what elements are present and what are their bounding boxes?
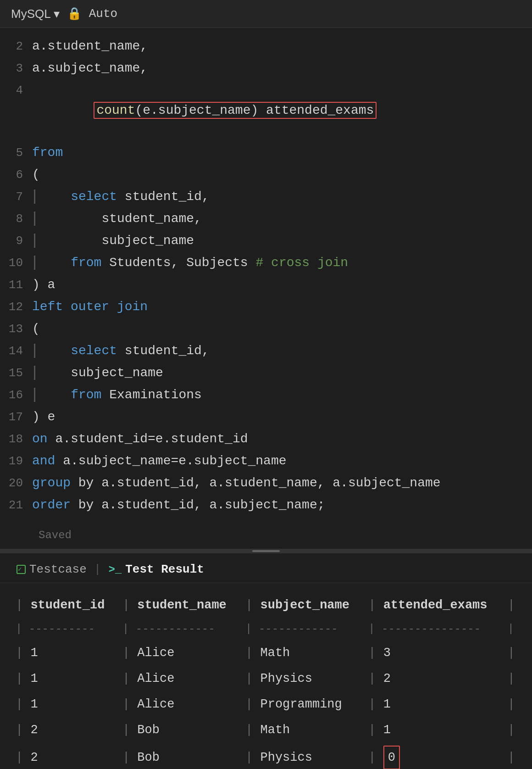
- line-num-11: 11: [0, 275, 32, 295]
- line-content-13: (: [32, 319, 532, 339]
- cell-student-id: | 2: [11, 743, 118, 769]
- line-num-4: 4: [0, 80, 32, 100]
- code-line-12: 12 left outer join: [0, 296, 532, 318]
- table-row: | 1 | Alice | Programming | 1 |: [11, 691, 521, 717]
- line-num-3: 3: [0, 58, 32, 78]
- line-content-7: select student_id,: [32, 187, 532, 207]
- results-tabs: Testcase | >_ Test Result: [0, 553, 532, 583]
- line-num-14: 14: [0, 341, 32, 361]
- tab-testcase[interactable]: Testcase: [11, 561, 92, 578]
- code-line-16: 16 from Examinations: [0, 384, 532, 406]
- pipe-cell: | subject_name: [241, 592, 364, 618]
- table-row: | 1 | Alice | Physics | 2 |: [11, 666, 521, 691]
- cell-subject-name: | Math: [241, 640, 364, 666]
- pipe-cell: | student_id: [11, 592, 118, 618]
- panel-divider[interactable]: [0, 549, 532, 553]
- results-section: Testcase | >_ Test Result | student_id |…: [0, 553, 532, 769]
- saved-status: Saved: [0, 524, 532, 549]
- code-line-6: 6 (: [0, 164, 532, 186]
- line-num-16: 16: [0, 385, 32, 405]
- line-num-6: 6: [0, 165, 32, 185]
- line-content-5: from: [32, 143, 532, 163]
- table-row: | 2 | Bob | Math | 1 |: [11, 717, 521, 743]
- lock-icon: 🔒: [67, 6, 82, 21]
- sep-cell: | ------------: [241, 618, 364, 640]
- cell-attended-exams: | 3: [364, 640, 503, 666]
- cell-student-id: | 1: [11, 691, 118, 717]
- cell-student-name: | Alice: [118, 666, 241, 691]
- code-line-2: 2 a.student_name,: [0, 35, 532, 57]
- pipe-cell: |: [503, 717, 521, 743]
- code-line-19: 19 and a.subject_name=e.subject_name: [0, 450, 532, 472]
- pipe-cell: |: [503, 592, 521, 618]
- table-header-row: | student_id | student_name | subject_na…: [11, 592, 521, 618]
- line-content-16: from Examinations: [32, 385, 532, 405]
- result-table: | student_id | student_name | subject_na…: [11, 592, 521, 769]
- pipe-cell: | attended_exams: [364, 592, 503, 618]
- editor-section: MySQL ▾ 🔒 Auto 2 a.student_name, 3 a.sub…: [0, 0, 532, 549]
- line-content-11: ) a: [32, 275, 532, 295]
- line-num-9: 9: [0, 231, 32, 251]
- line-num-21: 21: [0, 495, 32, 515]
- cell-attended-exams: | 0: [364, 743, 503, 769]
- line-content-19: and a.subject_name=e.subject_name: [32, 451, 532, 471]
- table-separator-row: | ---------- | ------------ | ----------…: [11, 618, 521, 640]
- code-line-14: 14 select student_id,: [0, 340, 532, 362]
- cell-subject-name: | Programming: [241, 691, 364, 717]
- code-line-21: 21 order by a.student_id, a.subject_name…: [0, 494, 532, 516]
- cell-student-id: | 1: [11, 666, 118, 691]
- pipe-cell: |: [503, 691, 521, 717]
- cell-attended-exams: | 2: [364, 666, 503, 691]
- result-table-wrap: | student_id | student_name | subject_na…: [0, 583, 532, 769]
- line-num-2: 2: [0, 36, 32, 56]
- db-selector[interactable]: MySQL ▾: [11, 7, 60, 21]
- line-num-20: 20: [0, 473, 32, 493]
- test-result-label: Test Result: [125, 563, 204, 576]
- line-content-21: order by a.student_id, a.subject_name;: [32, 495, 532, 515]
- table-row: | 2 | Bob | Physics | 0 |: [11, 743, 521, 769]
- line-num-12: 12: [0, 297, 32, 317]
- divider-handle: [252, 550, 280, 552]
- cell-student-name: | Alice: [118, 640, 241, 666]
- line-content-15: subject_name: [32, 363, 532, 383]
- cell-student-name: | Bob: [118, 717, 241, 743]
- line-content-3: a.subject_name,: [32, 58, 532, 78]
- line-content-17: ) e: [32, 407, 532, 427]
- line-num-17: 17: [0, 407, 32, 427]
- toolbar: MySQL ▾ 🔒 Auto: [0, 0, 532, 28]
- line-num-15: 15: [0, 363, 32, 383]
- line-num-7: 7: [0, 187, 32, 207]
- line-content-9: subject_name: [32, 231, 532, 251]
- line-num-18: 18: [0, 429, 32, 449]
- cell-subject-name: | Physics: [241, 743, 364, 769]
- code-line-11: 11 ) a: [0, 274, 532, 296]
- tab-test-result[interactable]: >_ Test Result: [103, 561, 209, 578]
- testcase-label: Testcase: [29, 563, 87, 576]
- code-line-20: 20 group by a.student_id, a.student_name…: [0, 472, 532, 494]
- sep-cell: |: [503, 618, 521, 640]
- code-line-4: 4 count(e.subject_name) attended_exams: [0, 79, 532, 142]
- tab-separator: |: [92, 563, 103, 576]
- db-label: MySQL: [11, 7, 51, 21]
- line-num-10: 10: [0, 253, 32, 273]
- code-line-18: 18 on a.student_id=e.student_id: [0, 428, 532, 450]
- line-num-8: 8: [0, 209, 32, 229]
- highlighted-value: 0: [383, 746, 400, 769]
- cell-attended-exams: | 1: [364, 717, 503, 743]
- line-content-10: from Students, Subjects # cross join: [32, 253, 532, 273]
- table-row: | 1 | Alice | Math | 3 |: [11, 640, 521, 666]
- code-line-13: 13 (: [0, 318, 532, 340]
- line-content-18: on a.student_id=e.student_id: [32, 429, 532, 449]
- cell-subject-name: | Physics: [241, 666, 364, 691]
- mode-label: Auto: [89, 7, 117, 21]
- line-num-13: 13: [0, 319, 32, 339]
- cell-student-name: | Bob: [118, 743, 241, 769]
- sep-cell: | ------------: [118, 618, 241, 640]
- sep-cell: | ----------: [11, 618, 118, 640]
- cell-attended-exams: | 1: [364, 691, 503, 717]
- cell-student-name: | Alice: [118, 691, 241, 717]
- line-content-14: select student_id,: [32, 341, 532, 361]
- code-area: 2 a.student_name, 3 a.subject_name, 4 co…: [0, 28, 532, 524]
- pipe-cell: | student_name: [118, 592, 241, 618]
- sep-cell: | ---------------: [364, 618, 503, 640]
